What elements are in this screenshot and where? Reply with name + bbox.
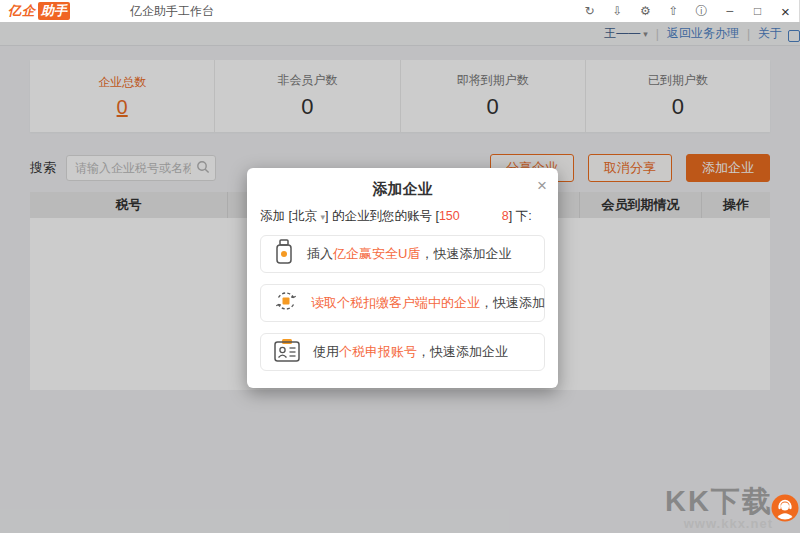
info-icon[interactable]: ⓘ: [694, 3, 709, 20]
account-number-end: 8: [502, 209, 509, 223]
tab-workspace[interactable]: 亿企助手工作台: [130, 3, 214, 20]
logo-text-2: 助手: [38, 2, 70, 20]
option-label: 插入亿企赢安全U盾，快速添加企业: [307, 245, 511, 263]
account-number-start: 150: [439, 209, 460, 223]
subtitle-suffix: ] 下:: [509, 209, 532, 223]
refresh-icon[interactable]: ↻: [582, 4, 597, 18]
usb-shield-icon: [274, 239, 294, 269]
customer-service-button[interactable]: [771, 494, 799, 522]
maximize-button[interactable]: □: [750, 4, 765, 18]
subtitle-mid: ] 的企业到您的账号 [: [325, 209, 439, 223]
sync-tax-icon: [274, 289, 298, 317]
minimize-button[interactable]: −: [722, 3, 737, 19]
option-read-tax-client[interactable]: 读取个税扣缴客户端中的企业，快速添加: [260, 284, 545, 322]
option-label: 使用个税申报账号，快速添加企业: [313, 343, 508, 361]
upload-icon[interactable]: ⇧: [666, 4, 681, 18]
logo-text-1: 亿企: [8, 2, 36, 20]
add-company-modal: 添加企业 × 添加 [北京 ▾] 的企业到您的账号 [1508] 下: 插入亿企…: [247, 168, 558, 388]
modal-title: 添加企业: [247, 180, 558, 199]
region-value: 北京: [292, 209, 317, 223]
subtitle-prefix: 添加 [: [260, 209, 292, 223]
modal-options: 插入亿企赢安全U盾，快速添加企业 读取个税扣缴客户端中的企业，快速添加 使用个税…: [260, 235, 545, 371]
app-logo: 亿企 助手: [8, 2, 70, 20]
option-tax-account[interactable]: 使用个税申报账号，快速添加企业: [260, 333, 545, 371]
titlebar: 亿企 助手 亿企助手工作台 ↻ ⇩ ⚙ ⇧ ⓘ − □ ×: [0, 0, 800, 22]
modal-subtitle: 添加 [北京 ▾] 的企业到您的账号 [1508] 下:: [260, 208, 545, 225]
close-window-button[interactable]: ×: [778, 3, 793, 20]
option-label: 读取个税扣缴客户端中的企业，快速添加: [311, 294, 545, 312]
window-controls: ↻ ⇩ ⚙ ⇧ ⓘ − □ ×: [582, 3, 793, 20]
gear-icon[interactable]: ⚙: [638, 4, 653, 18]
download-icon[interactable]: ⇩: [610, 4, 625, 18]
id-card-icon: [274, 338, 300, 366]
close-icon[interactable]: ×: [537, 177, 547, 194]
region-dropdown[interactable]: 北京 ▾: [292, 209, 325, 223]
option-usb-shield[interactable]: 插入亿企赢安全U盾，快速添加企业: [260, 235, 545, 273]
